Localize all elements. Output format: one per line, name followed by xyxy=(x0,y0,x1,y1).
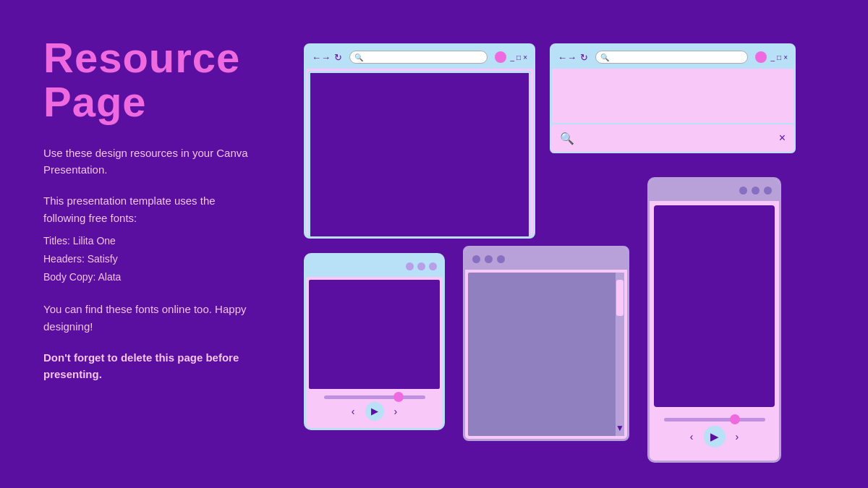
back-icon-small: ←→ xyxy=(558,52,576,63)
right-column: ←→ ↻ 🔍 _ □ × ←→ ↻ xyxy=(289,0,868,488)
search-standalone-icon: 🔍 xyxy=(560,132,574,145)
player-buttons-tall: ‹ ▶ › xyxy=(690,426,739,448)
browser-content-large xyxy=(308,71,531,239)
fonts-intro: This presentation template uses the foll… xyxy=(43,192,260,286)
font-headers: Headers: Satisfy xyxy=(43,250,260,268)
minimize-icon: _ xyxy=(511,53,515,61)
font-titles: Titles: Lilita One xyxy=(43,232,260,250)
music-player-tall: ‹ ▶ › xyxy=(647,177,781,463)
doc-titlebar xyxy=(465,248,627,270)
next-button-small[interactable]: › xyxy=(394,406,398,417)
back-icon: ←→ xyxy=(312,52,331,63)
doc-content: ▼ xyxy=(468,273,624,436)
player-dot-3 xyxy=(429,262,437,270)
restore-icon: □ xyxy=(516,53,521,61)
player-content-small xyxy=(309,280,440,389)
doc-dot-1 xyxy=(472,255,480,263)
left-column: ResourcePage Use these design resources … xyxy=(0,0,289,488)
minimize-icon-small: _ xyxy=(771,53,775,61)
find-fonts-text: You can find these fonts online too. Hap… xyxy=(43,301,260,335)
prev-button-small[interactable]: ‹ xyxy=(352,406,355,417)
font-body: Body Copy: Alata xyxy=(43,268,260,286)
player-controls-tall: ‹ ▶ › xyxy=(650,410,779,461)
browser-action-btn[interactable] xyxy=(495,51,506,63)
refresh-icon: ↻ xyxy=(334,52,342,63)
refresh-icon-small: ↻ xyxy=(580,52,588,63)
doc-scroll-thumb[interactable] xyxy=(616,280,624,316)
browser-window-large: ←→ ↻ 🔍 _ □ × xyxy=(304,43,535,239)
player-dot-2 xyxy=(417,262,425,270)
document-viewer: ▼ xyxy=(463,246,629,441)
player-progress-thumb-tall[interactable] xyxy=(730,414,740,424)
url-search-icon: 🔍 xyxy=(354,53,363,61)
player-dot-1 xyxy=(406,262,414,270)
play-button-small[interactable]: ▶ xyxy=(365,402,384,421)
player-progress-track-tall[interactable] xyxy=(664,418,765,421)
description-text: Use these design resources in your Canva… xyxy=(43,145,260,179)
player-titlebar-tall xyxy=(650,179,779,201)
fonts-list: Titles: Lilita One Headers: Satisfy Body… xyxy=(43,232,260,287)
player-tall-dot-2 xyxy=(752,187,760,194)
browser-nav-controls-small: ←→ ↻ xyxy=(558,52,588,63)
page-title: ResourcePage xyxy=(43,36,260,124)
prev-button-tall[interactable]: ‹ xyxy=(690,431,694,442)
browser-titlebar-small: ←→ ↻ 🔍 _ □ × xyxy=(552,46,793,69)
doc-dot-3 xyxy=(497,255,505,263)
doc-scrollbar[interactable]: ▼ xyxy=(616,273,624,436)
browser-url-bar-large[interactable]: 🔍 xyxy=(349,51,488,64)
restore-icon-small: □ xyxy=(777,53,781,61)
page-container: ResourcePage Use these design resources … xyxy=(0,0,868,488)
player-content-tall xyxy=(654,205,775,407)
play-button-tall[interactable]: ▶ xyxy=(704,426,726,448)
close-icon: × xyxy=(523,53,527,61)
next-button-tall[interactable]: › xyxy=(736,431,739,442)
doc-dot-2 xyxy=(485,255,493,263)
browser-titlebar-large: ←→ ↻ 🔍 _ □ × xyxy=(306,46,533,69)
player-titlebar-small xyxy=(306,255,443,277)
player-progress-thumb-small[interactable] xyxy=(393,392,404,402)
url-search-icon-small: 🔍 xyxy=(600,53,609,61)
player-tall-dot-1 xyxy=(739,187,747,194)
window-controls-large: _ □ × xyxy=(511,53,527,61)
close-icon-small: × xyxy=(783,53,788,61)
search-clear-icon[interactable]: × xyxy=(779,132,786,145)
search-bar-standalone[interactable]: 🔍 × xyxy=(550,123,796,153)
window-controls-small: _ □ × xyxy=(771,53,788,61)
music-player-small: ‹ ▶ › xyxy=(304,253,445,430)
delete-reminder-text: Don't forget to delete this page before … xyxy=(43,349,260,383)
scroll-down-icon[interactable]: ▼ xyxy=(616,423,624,433)
browser-nav-controls: ←→ ↻ xyxy=(312,52,342,63)
player-tall-dot-3 xyxy=(764,187,772,194)
player-buttons-small: ‹ ▶ › xyxy=(352,402,397,421)
player-progress-track-small[interactable] xyxy=(324,395,425,399)
browser-url-bar-small[interactable]: 🔍 xyxy=(595,51,748,64)
player-controls-small: ‹ ▶ › xyxy=(306,392,443,428)
browser-action-btn-small[interactable] xyxy=(755,51,767,63)
